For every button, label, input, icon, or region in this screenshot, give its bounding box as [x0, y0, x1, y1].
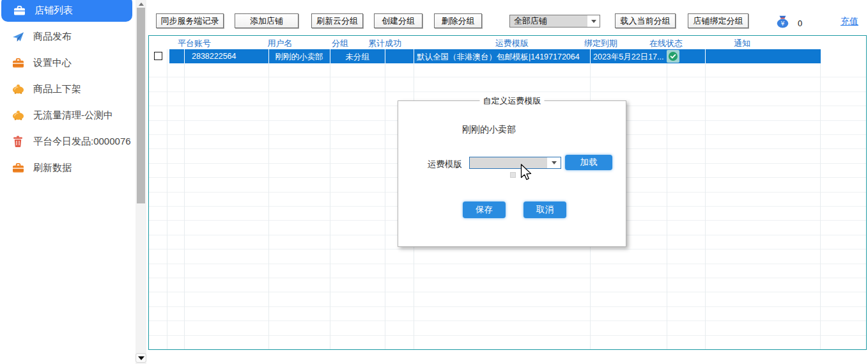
balance-indicator: ¥ 0: [775, 15, 802, 31]
paper-plane-icon: [12, 30, 24, 43]
sidebar-item-label: 刷新数据: [33, 162, 72, 174]
sidebar-item-label: 店铺列表: [35, 4, 73, 17]
load-button[interactable]: 加载: [565, 155, 612, 170]
load-current-group-button[interactable]: 载入当前分组: [615, 13, 676, 28]
column-header-notice[interactable]: 通知: [704, 38, 780, 49]
briefcase-icon: [12, 161, 24, 174]
table-row[interactable]: 2838222564 刚刚的小卖部 未分组 默认全国（非港澳台）包邮模板|141…: [149, 49, 866, 63]
shipping-template-select-value: [470, 157, 547, 168]
sidebar-item-no-traffic-cleanup[interactable]: 无流量清理-公测中: [0, 108, 134, 122]
custom-shipping-template-dialog: 自定义运费模版 刚刚的小卖部 运费模版 加载 保存 取消: [398, 100, 626, 247]
create-group-button[interactable]: 创建分组: [374, 13, 422, 28]
piggy-bank-icon: [12, 109, 24, 122]
cell-group: 未分组: [330, 52, 385, 63]
cell-username: 刚刚的小卖部: [268, 52, 330, 63]
shipping-template-select[interactable]: [469, 157, 561, 169]
recharge-link[interactable]: 充值: [841, 16, 858, 28]
checkbox-cell: [149, 49, 167, 63]
cancel-button[interactable]: 取消: [523, 202, 566, 218]
shop-bind-group-button[interactable]: 店铺绑定分组: [688, 13, 748, 28]
sidebar-item-label: 无流量清理-公测中: [33, 109, 113, 122]
briefcase-icon: [12, 56, 24, 69]
sidebar-item-today-published[interactable]: 平台今日发品:0000076: [0, 134, 134, 148]
money-bag-icon: ¥: [775, 15, 790, 31]
piggy-bank-icon: [12, 83, 24, 95]
scroll-up-icon[interactable]: [136, 1, 146, 7]
delete-group-button[interactable]: 删除分组: [434, 13, 482, 28]
mouse-cursor-icon: [520, 164, 532, 184]
app-window: 店铺列表 商品发布 设置中心 商品上下架 无流量清理-公测中: [0, 0, 868, 364]
shipping-template-label: 运费模版: [428, 159, 462, 170]
save-button[interactable]: 保存: [463, 202, 506, 218]
group-select-value: 全部店铺: [510, 15, 587, 27]
cell-shipping-template: 默认全国（非港澳台）包邮模板|14197172064: [417, 52, 580, 63]
sidebar-scrollbar[interactable]: [136, 0, 146, 364]
chevron-down-icon: [587, 15, 600, 27]
cell-bind-expire: 2023年5月22日17...: [593, 52, 664, 63]
sidebar-item-shop-list[interactable]: 店铺列表: [1, 0, 132, 22]
column-header-online-status[interactable]: 在线状态: [628, 38, 704, 49]
hidden-checkbox-artifact: [510, 172, 516, 178]
column-header-platform-account[interactable]: 平台账号: [156, 38, 233, 49]
sidebar-item-product-on-off-shelf[interactable]: 商品上下架: [0, 82, 134, 96]
table-header: 平台账号 用户名 分组 累计成功 运费模版 绑定到期 在线状态 通知: [149, 36, 866, 49]
group-select[interactable]: 全部店铺: [509, 15, 600, 28]
dialog-shop-name: 刚刚的小卖部: [462, 124, 516, 136]
briefcase-icon: [13, 4, 26, 17]
sync-server-records-button[interactable]: 同步服务端记录: [156, 13, 224, 28]
row-checkbox[interactable]: [154, 52, 162, 60]
sidebar-item-label: 设置中心: [33, 57, 72, 69]
cell-platform-account: 2838222564: [192, 52, 236, 61]
chevron-down-icon: [547, 161, 561, 164]
column-header-total-success[interactable]: 累计成功: [346, 38, 423, 49]
selected-row-highlight: 2838222564 刚刚的小卖部 未分组 默认全国（非港澳台）包邮模板|141…: [169, 49, 821, 63]
sidebar-item-settings-center[interactable]: 设置中心: [0, 56, 134, 70]
sidebar-item-label: 商品发布: [33, 31, 72, 43]
sidebar-item-label: 平台今日发品:0000076: [33, 136, 131, 148]
scrollbar-thumb[interactable]: [137, 8, 145, 203]
sidebar: 店铺列表 商品发布 设置中心 商品上下架 无流量清理-公测中: [0, 0, 134, 364]
balance-amount: 0: [798, 19, 802, 28]
sidebar-item-product-publish[interactable]: 商品发布: [0, 29, 134, 44]
column-header-shipping-template[interactable]: 运费模版: [474, 38, 550, 49]
svg-text:¥: ¥: [780, 20, 784, 27]
trash-icon: [12, 135, 24, 148]
online-check-icon: [667, 50, 679, 63]
add-shop-button[interactable]: 添加店铺: [235, 13, 298, 28]
dialog-title: 自定义运费模版: [480, 95, 545, 107]
sidebar-item-label: 商品上下架: [33, 83, 81, 95]
scroll-down-icon[interactable]: [136, 353, 146, 363]
refresh-cloud-group-button[interactable]: 刷新云分组: [311, 13, 363, 28]
sidebar-item-refresh-data[interactable]: 刷新数据: [0, 161, 134, 175]
